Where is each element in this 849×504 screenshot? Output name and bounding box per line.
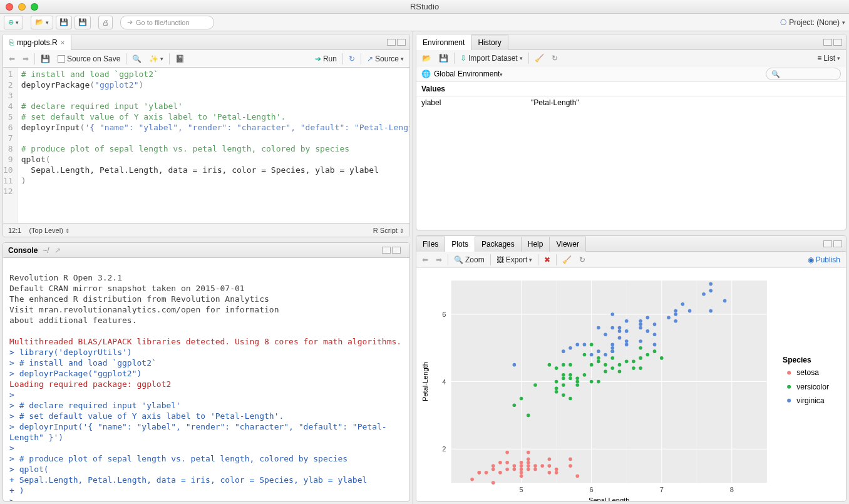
run-button[interactable]: ➔Run	[313, 53, 339, 64]
clear-workspace-button[interactable]: 🧹	[533, 53, 546, 64]
forward-button[interactable]: ➡	[21, 53, 31, 64]
rerun-button[interactable]: ↻	[347, 53, 357, 64]
export-button[interactable]: 🖼Export▾	[495, 254, 535, 265]
clear-plots-button[interactable]: 🧹	[560, 254, 574, 265]
svg-point-41	[527, 451, 530, 455]
svg-point-36	[520, 461, 523, 465]
svg-point-68	[569, 377, 572, 381]
svg-point-35	[520, 465, 523, 468]
svg-point-119	[625, 319, 629, 323]
language-indicator[interactable]: R Script ⇕	[373, 227, 404, 234]
new-file-button[interactable]: ⊕▾	[4, 16, 23, 29]
svg-point-63	[562, 384, 565, 388]
broom-icon: 🧹	[562, 255, 572, 264]
console-path-arrow-icon[interactable]: ↗	[54, 246, 61, 255]
svg-point-48	[555, 471, 558, 475]
cursor-position: 12:1	[8, 227, 21, 234]
plot-prev-button[interactable]: ⬅	[420, 254, 430, 265]
svg-point-147	[787, 399, 791, 403]
svg-point-69	[569, 373, 572, 377]
svg-point-124	[646, 329, 650, 333]
view-mode-button[interactable]: ≡ List▾	[815, 53, 842, 64]
file-tab[interactable]: ⎘ mpg-plots.R ×	[3, 34, 71, 50]
tab-environment[interactable]: Environment	[416, 34, 471, 50]
svg-point-108	[610, 350, 614, 354]
svg-point-80	[597, 360, 600, 364]
scope-selector[interactable]: Global Environment▾	[434, 69, 503, 78]
svg-point-50	[569, 465, 572, 468]
svg-text:8: 8	[730, 486, 734, 493]
search-icon: 🔍	[771, 70, 780, 78]
plot-next-button[interactable]: ➡	[434, 254, 444, 265]
maximize-pane-icon[interactable]	[392, 247, 401, 254]
remove-plot-button[interactable]: ✖	[542, 254, 552, 265]
minimize-pane-icon[interactable]	[382, 247, 391, 254]
open-file-button[interactable]: 📂▾	[31, 16, 53, 29]
svg-point-72	[575, 380, 579, 384]
maximize-pane-icon[interactable]	[397, 39, 406, 46]
svg-point-94	[639, 346, 642, 350]
magic-wand-button[interactable]: ✨▾	[147, 53, 165, 64]
zoom-button[interactable]: 🔍Zoom	[452, 254, 486, 265]
svg-point-101	[575, 343, 579, 347]
close-tab-icon[interactable]: ×	[61, 39, 64, 46]
svg-point-39	[527, 461, 530, 465]
console-path: ~/	[43, 246, 49, 255]
env-search-input[interactable]: 🔍	[766, 68, 841, 80]
tab-help[interactable]: Help	[522, 236, 550, 252]
svg-point-46	[548, 465, 552, 468]
svg-point-98	[513, 363, 517, 367]
svg-point-116	[625, 343, 629, 347]
svg-text:setosa: setosa	[796, 369, 819, 378]
code-editor[interactable]: 123456789101112 # install and load `ggpl…	[3, 68, 409, 223]
save-all-button[interactable]: 💾	[75, 16, 91, 29]
source-pane: ⎘ mpg-plots.R × ⬅ ➡ 💾 Source on Save 🔍 ✨…	[3, 34, 410, 237]
load-workspace-button[interactable]: 📂	[420, 53, 433, 64]
save-button[interactable]: 💾	[56, 16, 72, 29]
delete-icon: ✖	[544, 255, 550, 264]
tab-plots[interactable]: Plots	[445, 236, 475, 252]
plots-pane: FilesPlotsPackagesHelpViewer ⬅ ➡ 🔍Zoom 🖼…	[416, 235, 846, 501]
main-toolbar: ⊕▾ 📂▾ 💾 💾 🖨 ➜Go to file/function ⎔Projec…	[0, 14, 849, 31]
svg-point-18	[470, 478, 474, 481]
save-all-icon: 💾	[78, 18, 87, 26]
minimize-pane-icon[interactable]	[823, 39, 832, 46]
minimize-pane-icon[interactable]	[387, 39, 396, 46]
tab-viewer[interactable]: Viewer	[550, 236, 585, 252]
import-dataset-button[interactable]: ⇩Import Dataset▾	[458, 53, 525, 64]
source-button[interactable]: ↗Source ▾	[365, 53, 406, 64]
project-menu[interactable]: ⎔Project: (None)▾	[780, 18, 845, 27]
env-variable-row[interactable]: ylabel"Petal-Length"	[416, 96, 846, 109]
goto-file-function-input[interactable]: ➜Go to file/function	[120, 16, 214, 29]
refresh-plots-button[interactable]: ↻	[577, 254, 587, 265]
svg-point-37	[527, 468, 530, 471]
minimize-pane-icon[interactable]	[823, 240, 832, 247]
refresh-button[interactable]: ↻	[550, 53, 560, 64]
svg-point-128	[653, 323, 657, 327]
svg-point-71	[575, 384, 579, 388]
print-button[interactable]: 🖨	[98, 16, 113, 29]
maximize-pane-icon[interactable]	[833, 240, 842, 247]
svg-text:5: 5	[519, 486, 523, 493]
save-doc-button[interactable]: 💾	[39, 53, 52, 64]
svg-point-30	[513, 468, 517, 471]
maximize-pane-icon[interactable]	[833, 39, 842, 46]
publish-button[interactable]: ◉ Publish	[806, 254, 842, 265]
tab-packages[interactable]: Packages	[475, 236, 522, 252]
save-workspace-button[interactable]: 💾	[437, 53, 450, 64]
svg-point-61	[555, 367, 558, 371]
tab-files[interactable]: Files	[416, 236, 445, 252]
svg-point-133	[681, 302, 685, 306]
source-on-save-checkbox[interactable]: Source on Save	[56, 53, 122, 64]
svg-point-33	[520, 471, 523, 475]
svg-point-137	[709, 289, 713, 293]
find-button[interactable]: 🔍	[130, 53, 143, 64]
notebook-button[interactable]: 📓	[173, 53, 187, 64]
back-button[interactable]: ⬅	[7, 53, 17, 64]
console-output[interactable]: Revolution R Open 3.2.1Default CRAN mirr…	[3, 258, 409, 501]
arrow-left-icon: ⬅	[422, 255, 428, 264]
plus-doc-icon: ⊕	[8, 18, 14, 26]
svg-point-57	[548, 363, 552, 367]
scope-indicator[interactable]: (Top Level) ⇕	[29, 227, 69, 234]
tab-history[interactable]: History	[471, 34, 508, 50]
